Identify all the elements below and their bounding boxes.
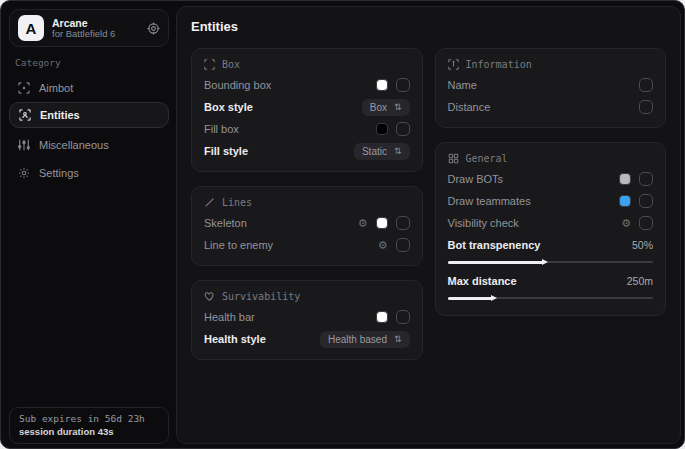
bot-transparency-slider[interactable]: [448, 258, 654, 266]
checkbox[interactable]: [639, 100, 653, 114]
setting-row-distance: Distance: [448, 96, 654, 118]
checkbox[interactable]: [396, 238, 410, 252]
color-swatch[interactable]: [619, 195, 631, 207]
setting-row-bot-transparency: Bot transpenency 50%: [448, 234, 654, 256]
line-icon: [204, 197, 215, 208]
sidebar-item-label: Entities: [40, 109, 80, 121]
setting-row-bounding-box: Bounding box: [204, 74, 410, 96]
dropdown-value: Static: [362, 146, 387, 157]
dropdown-health-style[interactable]: Health based ⇅: [320, 331, 409, 348]
checkbox[interactable]: [639, 216, 653, 230]
card-lines-header: Lines: [204, 197, 410, 208]
setting-label: Health style: [204, 333, 320, 345]
main-panel: Entities Box B: [176, 6, 681, 444]
max-distance-slider[interactable]: [448, 294, 654, 302]
card-survivability: Survivability Health bar Health style He…: [191, 280, 423, 360]
right-column: Information Name Distance: [435, 48, 667, 360]
setting-row-draw-bots: Draw BOTs: [448, 168, 654, 190]
color-swatch[interactable]: [376, 79, 388, 91]
sliders-icon: [17, 139, 30, 151]
card-title: Lines: [222, 197, 252, 208]
setting-row-fill-box: Fill box: [204, 118, 410, 140]
card-box: Box Bounding box Box style Box ⇅: [191, 48, 423, 172]
gear-icon[interactable]: ⚙: [378, 240, 388, 251]
slider-fill: [448, 261, 545, 264]
setting-label: Line to enemy: [204, 239, 378, 251]
chevron-updown-icon: ⇅: [394, 102, 402, 112]
gear-icon[interactable]: ⚙: [358, 218, 368, 229]
setting-label: Bounding box: [204, 79, 376, 91]
sidebar-item-miscellaneous[interactable]: Miscellaneous: [9, 132, 169, 158]
setting-row-max-distance: Max distance 250m: [448, 270, 654, 292]
color-swatch[interactable]: [376, 123, 388, 135]
dropdown-fill-style[interactable]: Static ⇅: [354, 143, 410, 160]
support-crosshair-icon[interactable]: [147, 22, 160, 35]
setting-label: Box style: [204, 101, 362, 113]
slider-fill: [448, 297, 493, 300]
card-title: Box: [222, 59, 240, 70]
app-titles: Arcane for Battlefield 6: [52, 17, 139, 40]
sidebar-item-label: Aimbot: [39, 82, 73, 94]
sidebar-item-entities[interactable]: Entities: [9, 102, 169, 128]
sidebar-item-label: Settings: [39, 167, 79, 179]
slider-value: 250m: [627, 275, 653, 287]
card-title: General: [466, 153, 508, 164]
app-name: Arcane: [52, 17, 139, 29]
color-swatch[interactable]: [376, 217, 388, 229]
setting-label: Visibility check: [448, 217, 622, 229]
card-box-header: Box: [204, 59, 410, 70]
sub-expires-text: Sub expires in 56d 23h: [19, 413, 159, 424]
crosshair-icon: [17, 82, 30, 94]
grid-icon: [448, 153, 459, 164]
setting-label: Name: [448, 79, 640, 91]
box-corners-icon: [204, 59, 215, 70]
app-logo: A: [18, 15, 44, 41]
gear-icon: [17, 167, 30, 179]
setting-row-box-style: Box style Box ⇅: [204, 96, 410, 118]
card-general: General Draw BOTs Draw teammates: [435, 142, 667, 316]
checkbox[interactable]: [396, 78, 410, 92]
setting-row-line-to-enemy: Line to enemy ⚙: [204, 234, 410, 256]
setting-label: Health bar: [204, 311, 376, 323]
session-duration-text: session duration 43s: [19, 426, 159, 437]
card-lines: Lines Skeleton ⚙ Line to enemy ⚙: [191, 186, 423, 266]
dropdown-box-style[interactable]: Box ⇅: [362, 99, 410, 116]
chevron-updown-icon: ⇅: [394, 334, 402, 344]
slider-value: 50%: [632, 239, 653, 251]
dropdown-value: Health based: [328, 334, 387, 345]
setting-row-health-bar: Health bar: [204, 306, 410, 328]
app-window: A Arcane for Battlefield 6 Category: [0, 0, 685, 449]
entities-icon: [18, 109, 31, 121]
heart-icon: [204, 291, 215, 302]
setting-label: Bot transpenency: [448, 239, 632, 251]
card-title: Information: [466, 59, 532, 70]
gear-icon[interactable]: ⚙: [621, 218, 631, 229]
color-swatch[interactable]: [376, 311, 388, 323]
dropdown-value: Box: [370, 102, 387, 113]
card-title: Survivability: [222, 291, 300, 302]
app-subtitle: for Battlefield 6: [52, 29, 139, 40]
checkbox[interactable]: [639, 194, 653, 208]
color-swatch[interactable]: [619, 173, 631, 185]
card-general-header: General: [448, 153, 654, 164]
left-column: Box Bounding box Box style Box ⇅: [191, 48, 423, 360]
sidebar-item-aimbot[interactable]: Aimbot: [9, 75, 169, 101]
info-scan-icon: [448, 59, 459, 70]
checkbox[interactable]: [396, 310, 410, 324]
setting-row-draw-teammates: Draw teammates: [448, 190, 654, 212]
checkbox[interactable]: [639, 78, 653, 92]
setting-label: Fill style: [204, 145, 354, 157]
subscription-info-box: Sub expires in 56d 23h session duration …: [9, 407, 169, 444]
setting-label: Fill box: [204, 123, 376, 135]
card-information-header: Information: [448, 59, 654, 70]
card-information: Information Name Distance: [435, 48, 667, 128]
setting-label: Max distance: [448, 275, 627, 287]
setting-label: Distance: [448, 101, 640, 113]
chevron-updown-icon: ⇅: [394, 146, 402, 156]
setting-row-fill-style: Fill style Static ⇅: [204, 140, 410, 162]
setting-label: Draw BOTs: [448, 173, 620, 185]
checkbox[interactable]: [396, 216, 410, 230]
checkbox[interactable]: [639, 172, 653, 186]
checkbox[interactable]: [396, 122, 410, 136]
sidebar-item-settings[interactable]: Settings: [9, 160, 169, 186]
